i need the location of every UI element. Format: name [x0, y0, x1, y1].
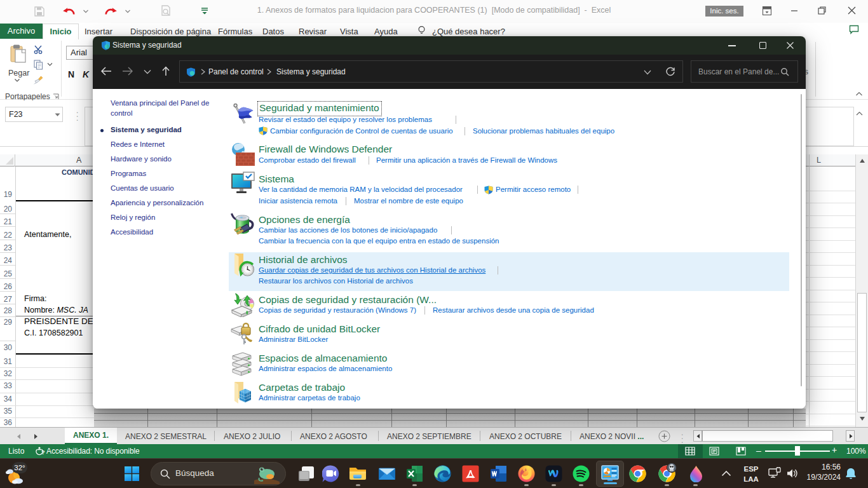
svg-text:?: ? [41, 449, 45, 456]
